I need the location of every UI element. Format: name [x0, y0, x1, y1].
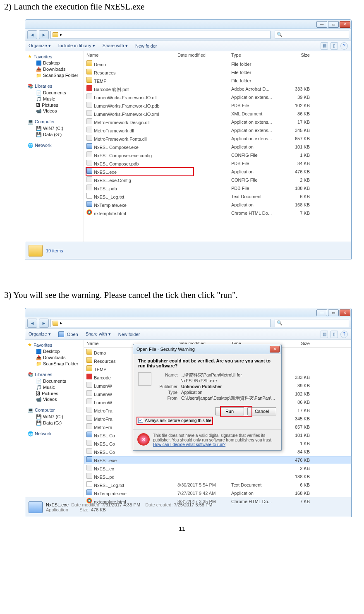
- organize-menu[interactable]: Organize ▾: [29, 331, 51, 337]
- include-menu[interactable]: Include in library ▾: [58, 43, 95, 48]
- search-input[interactable]: 🔍: [275, 31, 349, 39]
- nav-libraries[interactable]: 📚 Libraries: [28, 371, 83, 378]
- file-row[interactable]: LumenWorks.Framework.IO.pdb PDB File 102…: [84, 101, 351, 110]
- nav-bar: ◄ ► ▸ 🔍: [25, 317, 351, 329]
- help-button[interactable]: ?: [340, 331, 348, 338]
- column-headers[interactable]: Name Date modified Type Size: [84, 51, 351, 59]
- nav-desktop[interactable]: 🟦 Desktop: [28, 60, 83, 66]
- nav-network[interactable]: 🌐 Network: [28, 142, 83, 149]
- organize-menu[interactable]: Organize ▾: [29, 43, 51, 48]
- close-button[interactable]: ✕: [340, 21, 350, 28]
- col-size[interactable]: Size: [281, 341, 310, 346]
- dll-icon: [86, 448, 92, 454]
- file-row[interactable]: NxESL Composer.pdb PDB File 84 KB: [84, 159, 351, 168]
- status-created-label: Date created:: [145, 502, 172, 507]
- file-row[interactable]: MetroFramework.dll Application extens...…: [84, 126, 351, 134]
- nav-pictures[interactable]: 🖼 Pictures: [28, 391, 83, 396]
- nav-network[interactable]: 🌐 Network: [28, 430, 83, 437]
- view-button[interactable]: ▤: [321, 42, 328, 50]
- nav-desktop[interactable]: 🟦 Desktop: [28, 348, 83, 355]
- share-menu[interactable]: Share with ▾: [86, 331, 111, 337]
- help-button[interactable]: ?: [340, 42, 348, 50]
- pdf-icon: [86, 374, 92, 379]
- file-row[interactable]: NxESL.exe 476 KB: [84, 456, 351, 464]
- file-row[interactable]: LumenWorks.Framework.IO.xml XML Document…: [84, 110, 351, 118]
- file-row[interactable]: NxESL.exe Application 476 KB: [84, 168, 351, 176]
- nav-data[interactable]: 💾 Data (G:): [28, 132, 83, 138]
- nav-data[interactable]: 💾 Data (G:): [28, 420, 83, 426]
- file-row[interactable]: NxESL_Log.txt 8/30/2017 5:54 PM Text Doc…: [84, 481, 351, 489]
- back-button[interactable]: ◄: [27, 30, 37, 39]
- forward-button[interactable]: ►: [39, 319, 49, 328]
- nav-computer[interactable]: 💻 Computer: [28, 118, 83, 125]
- file-row[interactable]: TEMP File folder: [84, 77, 351, 85]
- file-row[interactable]: NxESL Composer.exe Application 101 KB: [84, 143, 351, 151]
- status-filename: NxESL.exe: [46, 502, 69, 507]
- nav-libraries[interactable]: 📚 Libraries: [28, 83, 83, 90]
- status-text: 19 items: [46, 248, 63, 253]
- dialog-help-link[interactable]: How can I decide what software to run?: [153, 442, 225, 447]
- instruction-step-3: 3) You will see the warning. Please canc…: [4, 290, 360, 300]
- col-name[interactable]: Name: [86, 53, 177, 58]
- chrome-icon: [86, 209, 92, 215]
- dll-icon: [86, 176, 92, 182]
- nav-documents[interactable]: 📄 Documents: [28, 378, 83, 384]
- close-button[interactable]: ✕: [340, 309, 350, 316]
- col-date[interactable]: Date modified: [177, 53, 231, 58]
- file-row[interactable]: MetroFramework.Design.dll Application ex…: [84, 118, 351, 126]
- view-button[interactable]: ▤: [321, 331, 328, 338]
- forward-button[interactable]: ►: [39, 30, 49, 39]
- col-size[interactable]: Size: [281, 53, 310, 58]
- file-row[interactable]: NxTemplate.exe 7/27/2017 9:42 AM Applica…: [84, 489, 351, 497]
- file-row[interactable]: NxESL Composer.exe.config CONFIG File 1 …: [84, 151, 351, 159]
- nav-music[interactable]: 🎵 Music: [28, 384, 83, 391]
- file-row[interactable]: NxESL.exe.Config CONFIG File 2 KB: [84, 176, 351, 184]
- label-type: Type:: [156, 390, 179, 395]
- file-row[interactable]: NxESL.pdb PDB File 188 KB: [84, 184, 351, 192]
- file-row[interactable]: NxESL.ex 2 KB: [84, 464, 351, 472]
- nav-music[interactable]: 🎵 Music: [28, 96, 83, 102]
- minimize-button[interactable]: —: [316, 309, 327, 316]
- dll-icon: [86, 390, 92, 396]
- file-row[interactable]: LumenWorks.Framework.IO.dll Application …: [84, 93, 351, 101]
- cancel-button[interactable]: Cancel: [247, 407, 276, 415]
- address-bar[interactable]: ▸: [50, 31, 271, 39]
- maximize-button[interactable]: ▭: [328, 21, 339, 28]
- file-row[interactable]: NxESL.pd 188 KB: [84, 472, 351, 481]
- file-row[interactable]: Resources File folder: [84, 68, 351, 77]
- run-button[interactable]: Run: [215, 407, 244, 415]
- nav-scansnap[interactable]: 📁 ScanSnap Folder: [28, 72, 83, 79]
- nav-computer[interactable]: 💻 Computer: [28, 407, 83, 414]
- address-bar[interactable]: ▸: [50, 319, 271, 327]
- file-row[interactable]: nxtemplate.html Chrome HTML Do... 7 KB: [84, 209, 351, 217]
- dialog-close-button[interactable]: ✕: [270, 346, 280, 353]
- nav-win7[interactable]: 💾 WIN7 (C:): [28, 414, 83, 420]
- always-ask-checkbox[interactable]: ✓: [138, 418, 143, 423]
- nav-videos[interactable]: 📹 Videos: [28, 396, 83, 403]
- new-folder-button[interactable]: New folder: [118, 332, 140, 337]
- new-folder-button[interactable]: New folder: [135, 43, 157, 48]
- nav-scansnap[interactable]: 📁 ScanSnap Folder: [28, 361, 83, 367]
- file-row[interactable]: Demo File folder: [84, 60, 351, 68]
- search-input[interactable]: 🔍: [275, 319, 349, 327]
- preview-button[interactable]: ▯: [330, 42, 338, 50]
- maximize-button[interactable]: ▭: [328, 309, 339, 316]
- nav-pictures[interactable]: 🖼 Pictures: [28, 102, 83, 108]
- nav-documents[interactable]: 📄 Documents: [28, 90, 83, 96]
- nav-videos[interactable]: 📹 Videos: [28, 108, 83, 114]
- nav-downloads[interactable]: 📥 Downloads: [28, 355, 83, 361]
- col-type[interactable]: Type: [231, 53, 281, 58]
- file-row[interactable]: MetroFramework.Fonts.dll Application ext…: [84, 134, 351, 143]
- file-row[interactable]: Barcode 範例.pdf Adobe Acrobat D... 333 KB: [84, 85, 351, 93]
- file-row[interactable]: NxTemplate.exe Application 168 KB: [84, 201, 351, 209]
- nav-downloads[interactable]: 📥 Downloads: [28, 66, 83, 72]
- open-button[interactable]: Open: [58, 331, 78, 337]
- nav-win7[interactable]: 💾 WIN7 (C:): [28, 125, 83, 132]
- preview-button[interactable]: ▯: [330, 331, 338, 338]
- share-menu[interactable]: Share with ▾: [103, 43, 128, 48]
- file-row[interactable]: NxESL_Log.txt Text Document 6 KB: [84, 192, 351, 201]
- status-size-value: 476 KB: [91, 507, 106, 512]
- back-button[interactable]: ◄: [27, 319, 37, 328]
- dll-icon: [86, 135, 92, 141]
- minimize-button[interactable]: —: [316, 21, 327, 28]
